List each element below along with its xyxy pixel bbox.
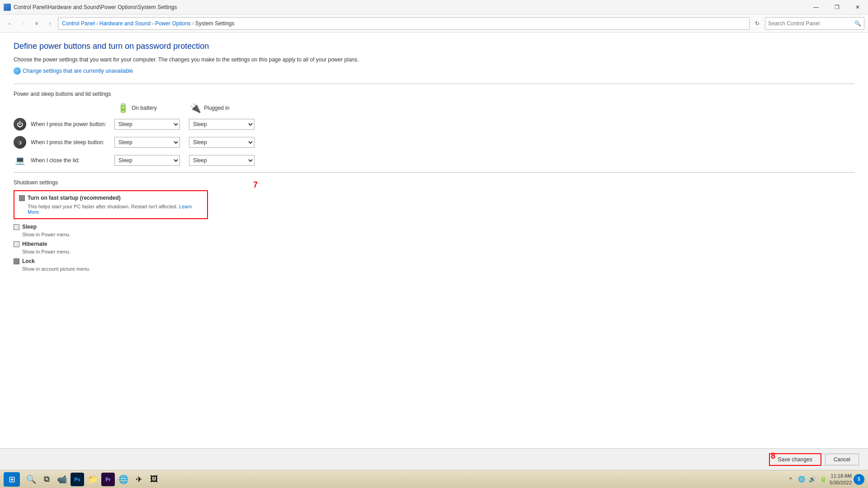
section-divider xyxy=(14,84,854,84)
lock-shutdown-checkbox[interactable] xyxy=(14,258,19,264)
address-bar: ‹ › ∨ ↑ Control Panel › Hardware and Sou… xyxy=(0,14,868,33)
breadcrumb-power-options[interactable]: Power Options xyxy=(155,20,191,27)
fast-startup-checkbox[interactable] xyxy=(19,195,25,201)
shutdown-section: Shutdown settings 7 Turn on fast startup… xyxy=(14,179,854,272)
app-icon xyxy=(4,4,11,11)
minimize-button[interactable]: — xyxy=(806,0,826,14)
start-icon: ⊞ xyxy=(9,474,15,484)
hibernate-shutdown-checkbox[interactable] xyxy=(14,241,19,247)
search-input[interactable] xyxy=(768,20,854,27)
fast-startup-label: Turn on fast startup (recommended) xyxy=(28,195,121,201)
power-button-plugged-in-select[interactable]: Sleep Do nothing Hibernate Shut down Tur… xyxy=(189,119,255,130)
tray-battery-icon[interactable]: 🔋 xyxy=(819,475,828,484)
search-box[interactable]: 🔍 xyxy=(765,17,864,30)
window-title: Control Panel\Hardware and Sound\Power O… xyxy=(14,4,177,10)
battery-icon: 🔋 xyxy=(118,103,129,113)
content-area: Define power buttons and turn on passwor… xyxy=(0,33,868,448)
fast-startup-box: Turn on fast startup (recommended) This … xyxy=(14,190,208,219)
taskbar: ⊞ 🔍 ⧉ 📹 Ps 📁 Pr 🌐 ✈ 🖼 ^ 🌐 🔊 🔋 11:18 AM 5… xyxy=(0,470,868,488)
hibernate-shutdown-label: Hibernate xyxy=(22,241,47,247)
title-bar: Control Panel\Hardware and Sound\Power O… xyxy=(0,0,868,14)
photos-taskbar-button[interactable]: 🖼 xyxy=(147,473,161,486)
photoshop-taskbar-button[interactable]: Ps xyxy=(71,473,84,486)
breadcrumb-control-panel[interactable]: Control Panel xyxy=(62,20,95,27)
up-button[interactable]: ↑ xyxy=(44,18,56,29)
tray-volume-icon[interactable]: 🔊 xyxy=(808,475,817,484)
settings-table-header: 🔋 On battery 🔌 Plugged in xyxy=(14,103,854,113)
start-button[interactable]: ⊞ xyxy=(4,472,20,487)
sleep-button-selects: Sleep Do nothing Hibernate Shut down Tur… xyxy=(114,137,255,148)
power-button-selects: Sleep Do nothing Hibernate Shut down Tur… xyxy=(114,119,255,130)
tray-clock[interactable]: 11:18 AM 5/30/2022 xyxy=(830,473,852,486)
lid-plugged-in-select[interactable]: Sleep Do nothing Hibernate Shut down xyxy=(189,155,255,166)
plug-icon: 🔌 xyxy=(190,103,201,113)
sleep-shutdown-label: Sleep xyxy=(22,224,37,230)
bottom-bar: 8 Save changes Cancel xyxy=(0,448,868,470)
shield-link-icon xyxy=(14,67,21,75)
lid-on-battery-select[interactable]: Sleep Do nothing Hibernate Shut down xyxy=(114,155,180,166)
chrome-taskbar-button[interactable]: 🌐 xyxy=(117,473,130,486)
lid-label: When I close the lid: xyxy=(31,157,114,164)
refresh-button[interactable]: ↻ xyxy=(751,18,763,29)
sleep-button-icon: ◑ xyxy=(14,136,26,149)
breadcrumb-current: System Settings xyxy=(195,20,235,27)
system-tray: ^ 🌐 🔊 🔋 11:18 AM 5/30/2022 5 xyxy=(786,473,864,486)
meet-taskbar-button[interactable]: 📹 xyxy=(55,473,69,486)
hibernate-shutdown-row: Hibernate xyxy=(14,241,854,247)
telegram-taskbar-button[interactable]: ✈ xyxy=(132,473,146,486)
annotation-7: 7 xyxy=(253,180,258,190)
restore-button[interactable]: ❐ xyxy=(826,0,847,14)
sleep-shutdown-row: Sleep xyxy=(14,224,854,230)
annotation-8: 8 xyxy=(771,451,775,461)
sleep-button-label: When I press the sleep button: xyxy=(31,139,114,145)
title-bar-controls: — ❐ ✕ xyxy=(806,0,868,14)
lid-row: 💻 When I close the lid: Sleep Do nothing… xyxy=(14,154,854,167)
page-title: Define power buttons and turn on passwor… xyxy=(14,42,854,51)
breadcrumb: Control Panel › Hardware and Sound › Pow… xyxy=(58,17,750,30)
power-button-label: When I press the power button: xyxy=(31,121,114,127)
lock-shutdown-row: Lock xyxy=(14,258,854,264)
change-settings-link[interactable]: Change settings that are currently unava… xyxy=(14,67,854,75)
forward-button[interactable]: › xyxy=(17,18,29,29)
page-subtitle: Choose the power settings that you want … xyxy=(14,56,854,64)
search-icon[interactable]: 🔍 xyxy=(854,20,861,27)
explorer-taskbar-button[interactable]: 📁 xyxy=(86,473,99,486)
hibernate-shutdown-desc: Show in Power menu. xyxy=(14,249,854,254)
lid-selects: Sleep Do nothing Hibernate Shut down Sle… xyxy=(114,155,255,166)
sleep-button-plugged-in-select[interactable]: Sleep Do nothing Hibernate Shut down Tur… xyxy=(189,137,255,148)
lid-icon: 💻 xyxy=(14,154,26,167)
tray-time-text: 11:18 AM xyxy=(830,473,852,479)
sleep-shutdown-desc: Show in Power menu. xyxy=(14,232,854,237)
title-bar-left: Control Panel\Hardware and Sound\Power O… xyxy=(4,4,177,11)
tray-user-badge[interactable]: 5 xyxy=(854,474,864,485)
power-button-icon: ⏻ xyxy=(14,118,26,131)
premiere-taskbar-button[interactable]: Pr xyxy=(101,473,115,486)
power-button-row: ⏻ When I press the power button: Sleep D… xyxy=(14,118,854,131)
shutdown-divider xyxy=(14,172,854,173)
section1-label: Power and sleep buttons and lid settings xyxy=(14,91,854,97)
lock-shutdown-desc: Show in account picture menu. xyxy=(14,266,854,272)
tray-network-icon[interactable]: 🌐 xyxy=(797,475,806,484)
shutdown-label: Shutdown settings xyxy=(14,179,58,186)
plugged-in-header: 🔌 Plugged in xyxy=(190,103,262,113)
cancel-button[interactable]: Cancel xyxy=(825,454,859,465)
back-button[interactable]: ‹ xyxy=(4,18,15,29)
tray-date-text: 5/30/2022 xyxy=(830,479,852,486)
recent-locations-button[interactable]: ∨ xyxy=(31,18,42,29)
fast-startup-description: This helps start your PC faster after sh… xyxy=(19,204,203,215)
breadcrumb-hardware-sound[interactable]: Hardware and Sound xyxy=(99,20,151,27)
sleep-shutdown-checkbox[interactable] xyxy=(14,224,19,230)
sleep-button-row: ◑ When I press the sleep button: Sleep D… xyxy=(14,136,854,149)
tray-expand-icon[interactable]: ^ xyxy=(786,475,795,484)
on-battery-header: 🔋 On battery xyxy=(118,103,190,113)
lock-shutdown-label: Lock xyxy=(22,258,35,264)
sleep-button-on-battery-select[interactable]: Sleep Do nothing Hibernate Shut down Tur… xyxy=(114,137,180,148)
save-changes-button[interactable]: Save changes xyxy=(769,453,821,466)
task-view-button[interactable]: ⧉ xyxy=(40,473,53,486)
search-taskbar-button[interactable]: 🔍 xyxy=(24,473,38,486)
power-button-on-battery-select[interactable]: Sleep Do nothing Hibernate Shut down Tur… xyxy=(114,119,180,130)
main-content: Define power buttons and turn on passwor… xyxy=(0,33,868,448)
fast-startup-row: Turn on fast startup (recommended) xyxy=(19,195,203,201)
close-button[interactable]: ✕ xyxy=(847,0,868,14)
